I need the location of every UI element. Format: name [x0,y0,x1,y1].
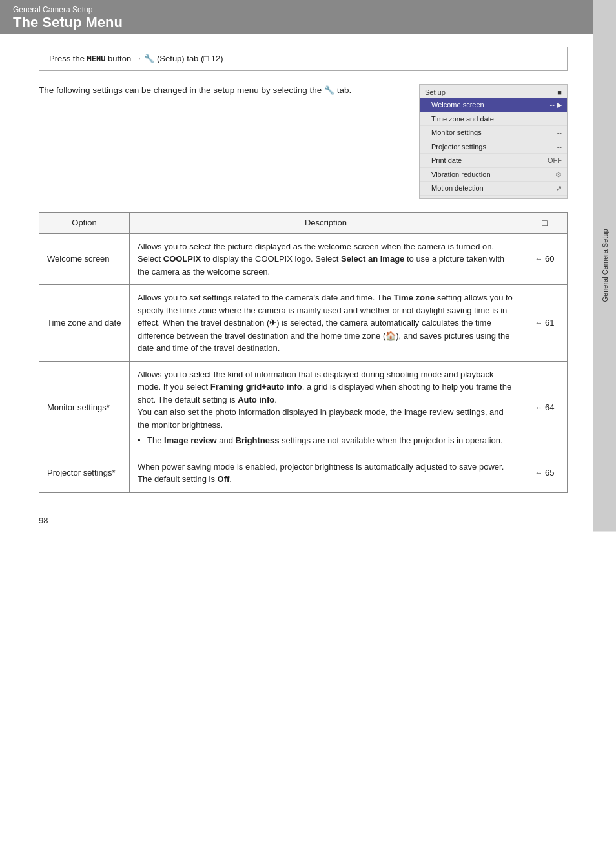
desc-projector: When power saving mode is enabled, proje… [130,454,522,492]
camera-menu-item-welcome-value: -- ▶ [550,100,562,110]
book-icon: □ [542,218,547,228]
page-number: 98 [0,506,593,532]
table-row: Time zone and date Allows you to set set… [39,285,568,362]
intro-line1: The following settings can be changed in… [39,85,351,95]
menu-key: MENU [87,54,106,63]
bold-autoinfo: Auto info [238,395,274,404]
bold-brightness: Brightness [236,435,280,445]
page-header: General Camera Setup The Setup Menu [0,0,593,34]
bold-coolpix: COOLPIX [163,254,201,264]
desc-welcome-screen: Allows you to select the picture display… [130,233,522,285]
camera-menu-item-motion-value: ↗ [556,183,562,194]
sidebar-label: General Camera Setup [601,229,609,302]
menu-instruction-text: Press the MENU button → 🔧 (Setup) tab (□… [49,54,223,63]
option-projector: Projector settings* [39,454,130,492]
ref-projector: ↔ 65 [522,454,568,492]
sub-title: General Camera Setup [13,5,580,14]
ref-welcome-screen: ↔ 60 [522,233,568,285]
bold-home: 🏠 [385,331,396,341]
camera-menu-screenshot: Set up ■ Welcome screen -- ▶ Time zone a… [419,84,568,199]
bold-framing: Framing grid+auto info [210,382,302,392]
camera-menu-item-welcome: Welcome screen -- ▶ [420,98,567,112]
camera-menu-item-monitor-value: -- [557,127,562,138]
camera-menu-item-motion: Motion detection ↗ [420,182,567,196]
ref-monitor: ↔ 64 [522,361,568,454]
wrench-icon: 🔧 [324,85,334,95]
bold-select-image: Select an image [341,254,404,264]
camera-menu-item-projector-value: -- [557,142,562,152]
col-header-ref: □ [522,212,568,233]
intro-area: The following settings can be changed in… [39,84,568,199]
page-wrapper: General Camera Setup The Setup Menu Pres… [0,0,616,532]
settings-table: Option Description □ Welcome screen Allo… [39,212,568,493]
main-title: The Setup Menu [13,14,580,31]
option-welcome-screen: Welcome screen [39,233,130,285]
camera-menu-item-monitor: Monitor settings -- [420,126,567,140]
content-area: Press the MENU button → 🔧 (Setup) tab (□… [0,34,593,506]
bold-image-review: Image review [164,435,217,445]
col-header-option: Option [39,212,130,233]
camera-menu-header: Set up ■ [420,87,567,98]
bold-off: Off [218,474,230,484]
ref-icon-projector: ↔ [535,468,542,477]
menu-instruction-box: Press the MENU button → 🔧 (Setup) tab (□… [39,47,568,71]
camera-menu-item-projector-label: Projector settings [431,142,486,152]
main-content: General Camera Setup The Setup Menu Pres… [0,0,593,532]
camera-menu-item-projector: Projector settings -- [420,140,567,154]
ref-icon-welcome: ↔ [535,255,542,264]
intro-text: The following settings can be changed in… [39,84,406,97]
camera-menu-item-timezone-label: Time zone and date [431,114,494,125]
camera-menu-item-monitor-label: Monitor settings [431,127,482,138]
camera-menu-item-printdate-value: OFF [548,155,562,166]
camera-menu-item-vibration-label: Vibration reduction [431,169,491,180]
bullet-item-brightness: The Image review and Brightness settings… [138,434,514,447]
camera-menu-item-timezone: Time zone and date -- [420,112,567,127]
option-timezone: Time zone and date [39,285,130,362]
col-header-description: Description [130,212,522,233]
camera-menu-item-printdate: Print date OFF [420,154,567,168]
table-header-row: Option Description □ [39,212,568,233]
bold-timezone: Time zone [394,293,435,302]
ref-icon-timezone: ↔ [535,319,542,328]
table-row: Welcome screen Allows you to select the … [39,233,568,285]
table-row: Projector settings* When power saving mo… [39,454,568,492]
ref-icon-monitor: ↔ [535,403,542,412]
desc-monitor: Allows you to select the kind of informa… [130,361,522,454]
camera-menu-title: Set up [425,89,446,96]
camera-menu-item-printdate-label: Print date [431,155,462,166]
wrench-symbol: 🔧 [144,54,154,63]
ref-timezone: ↔ 61 [522,285,568,362]
camera-menu-icon: ■ [557,89,562,96]
camera-menu-item-timezone-value: -- [557,114,562,125]
bold-plane: ✈ [269,318,276,328]
option-monitor: Monitor settings* [39,361,130,454]
table-row: Monitor settings* Allows you to select t… [39,361,568,454]
camera-menu-item-motion-label: Motion detection [431,183,484,194]
book-ref: □ [203,54,209,63]
camera-menu-item-welcome-label: Welcome screen [431,100,484,110]
camera-menu-item-vibration-value: ⚙ [555,169,562,180]
desc-timezone: Allows you to set settings related to th… [130,285,522,362]
camera-menu-item-vibration: Vibration reduction ⚙ [420,168,567,182]
sidebar: General Camera Setup [593,0,616,532]
